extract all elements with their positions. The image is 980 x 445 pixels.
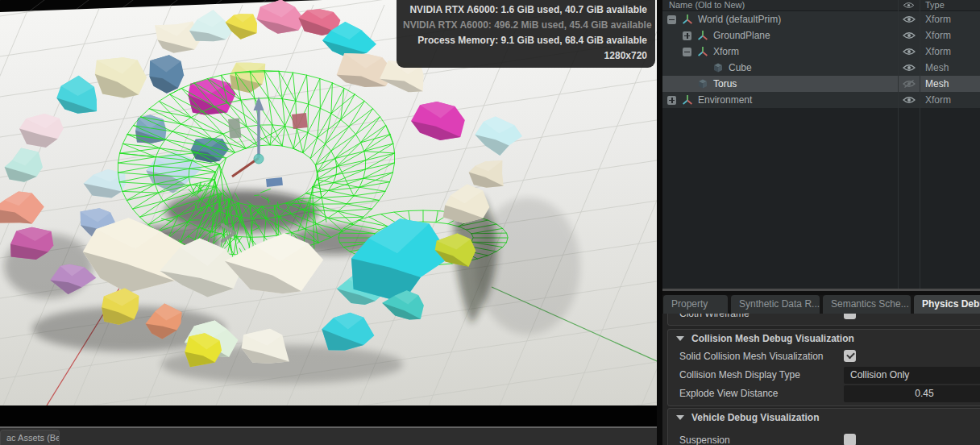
- stage-row-torus[interactable]: Torus Mesh: [662, 76, 980, 92]
- suspension-checkbox[interactable]: [844, 434, 856, 445]
- collapse-triangle-icon: [676, 336, 684, 341]
- clipped-settings-frame: Cloth Wireframe: [667, 314, 980, 326]
- collapse-icon[interactable]: [683, 48, 691, 56]
- right-dock: Name (Old to New) Type World (defaultPri…: [662, 0, 980, 445]
- stage-panel: Name (Old to New) Type World (defaultPri…: [662, 0, 980, 289]
- stage-row-groundplane[interactable]: GroundPlane Xform: [662, 27, 980, 44]
- isaac-assets-tab[interactable]: ac Assets (Beta): [0, 430, 60, 445]
- prim-type: Xform: [920, 92, 980, 108]
- eye-icon: [903, 31, 916, 40]
- prim-label: Cube: [729, 62, 752, 73]
- stats-hud: FPS, Frame time: NVIDIA RTX A6000: 1.6 G…: [397, 0, 655, 68]
- visibility-toggle[interactable]: [898, 27, 920, 44]
- stage-row-world-defaultprim[interactable]: World (defaultPrim) Xform: [662, 11, 980, 27]
- prim-label: World (defaultPrim): [698, 14, 781, 25]
- eye-icon: [903, 48, 916, 56]
- collision-mesh-debug-section: Collision Mesh Debug Visualization Solid…: [667, 329, 980, 406]
- prim-label: Torus: [713, 78, 737, 89]
- xform-icon: [681, 94, 694, 106]
- prim-label: GroundPlane: [713, 30, 770, 41]
- eye-icon: [903, 2, 915, 9]
- explode-view-distance-field[interactable]: 0.45: [844, 385, 980, 402]
- omniverse-window: FPS, Frame time: NVIDIA RTX A6000: 1.6 G…: [0, 0, 980, 445]
- hud-gpu-line-1: NVIDIA RTX A6000: 1.6 GiB used, 40.7 GiB…: [403, 2, 647, 18]
- viewport-letterbox-bar: [0, 405, 657, 426]
- eye-icon: [903, 15, 916, 23]
- xform-icon: [696, 45, 709, 58]
- vehicle-debug-section: Vehicle Debug Visualization Suspension: [667, 408, 980, 445]
- visibility-toggle[interactable]: [898, 92, 920, 108]
- stage-column-type-header[interactable]: Type: [920, 0, 980, 10]
- cloth-wireframe-checkbox[interactable]: [844, 314, 856, 319]
- prim-type: Mesh: [920, 60, 980, 76]
- mesh-icon: [712, 61, 725, 74]
- collision-display-type-dropdown[interactable]: Collision Only: [844, 367, 980, 384]
- collapse-triangle-icon: [676, 415, 684, 420]
- prim-type: Xform: [920, 11, 980, 27]
- prim-name-cell: Torus: [662, 76, 898, 92]
- property-tab-bar: Property Synthetic Data R... Semantics S…: [662, 295, 980, 314]
- expand-icon[interactable]: [667, 96, 676, 105]
- viewport-canvas[interactable]: FPS, Frame time: NVIDIA RTX A6000: 1.6 G…: [0, 0, 657, 405]
- prim-name-cell: GroundPlane: [662, 27, 898, 44]
- visibility-toggle[interactable]: [898, 60, 920, 76]
- visibility-toggle[interactable]: [898, 76, 920, 92]
- prim-type: Xform: [920, 27, 980, 44]
- physics-debug-panel: Cloth Wireframe Collision Mesh Debug Vis…: [662, 314, 980, 445]
- collision-section-title: Collision Mesh Debug Visualization: [691, 333, 854, 344]
- stage-column-name-header[interactable]: Name (Old to New): [662, 0, 898, 10]
- collapse-icon[interactable]: [667, 15, 676, 24]
- prim-name-cell: Cube: [662, 60, 898, 76]
- stage-header-row: Name (Old to New) Type: [662, 0, 980, 11]
- tab-physics-debug[interactable]: Physics Debug: [914, 295, 980, 314]
- hud-resolution: 1280x720: [403, 48, 647, 64]
- expand-icon[interactable]: [683, 31, 691, 40]
- prim-name-cell: Environment: [662, 92, 898, 108]
- hud-gpu-line-2: NVIDIA RTX A6000: 496.2 MiB used, 45.4 G…: [403, 18, 647, 33]
- solid-collision-mesh-checkbox[interactable]: [844, 350, 856, 362]
- tab-semantics-schema[interactable]: Semantics Sche...: [823, 295, 911, 314]
- mesh-icon: [696, 77, 709, 90]
- xform-icon: [681, 13, 694, 26]
- prim-name-cell: Xform: [662, 44, 898, 60]
- prim-label: Environment: [698, 94, 752, 106]
- prim-type: Mesh: [920, 76, 980, 92]
- vehicle-section-header[interactable]: Vehicle Debug Visualization: [668, 409, 980, 426]
- solid-collision-mesh-label: Solid Collision Mesh Visualization: [668, 347, 980, 366]
- eye-icon: [903, 64, 916, 72]
- hud-process-memory: Process Memory: 9.1 GiB used, 68.4 GiB a…: [403, 33, 647, 48]
- prim-type: Xform: [920, 44, 980, 60]
- stage-row-xform[interactable]: Xform Xform: [662, 44, 980, 60]
- tab-synthetic-data-recorder[interactable]: Synthetic Data R...: [731, 295, 820, 314]
- bottom-dock-panel: ac Assets (Beta): [0, 428, 657, 445]
- eye-hidden-icon: [903, 80, 916, 88]
- stage-column-separator: [898, 0, 899, 289]
- vertical-splitter[interactable]: [657, 0, 662, 445]
- suspension-label: Suspension: [668, 431, 980, 445]
- cloth-wireframe-label: Cloth Wireframe: [668, 314, 980, 323]
- stage-row-environment[interactable]: Environment Xform: [662, 92, 980, 108]
- prim-label: Xform: [713, 46, 739, 57]
- xform-icon: [696, 29, 709, 42]
- stage-column-separator: [920, 0, 920, 289]
- collision-section-header[interactable]: Collision Mesh Debug Visualization: [668, 330, 980, 347]
- vehicle-section-title: Vehicle Debug Visualization: [691, 412, 820, 423]
- eye-icon: [903, 96, 916, 104]
- stage-column-visibility-header[interactable]: [898, 0, 920, 10]
- visibility-toggle[interactable]: [898, 11, 920, 27]
- viewport-panel: FPS, Frame time: NVIDIA RTX A6000: 1.6 G…: [0, 0, 657, 445]
- stage-tree: World (defaultPrim) Xform GroundPlane Xf…: [662, 11, 980, 108]
- stage-row-cube[interactable]: Cube Mesh: [662, 60, 980, 76]
- visibility-toggle[interactable]: [898, 44, 920, 60]
- tab-property[interactable]: Property: [663, 295, 728, 314]
- prim-name-cell: World (defaultPrim): [662, 11, 898, 27]
